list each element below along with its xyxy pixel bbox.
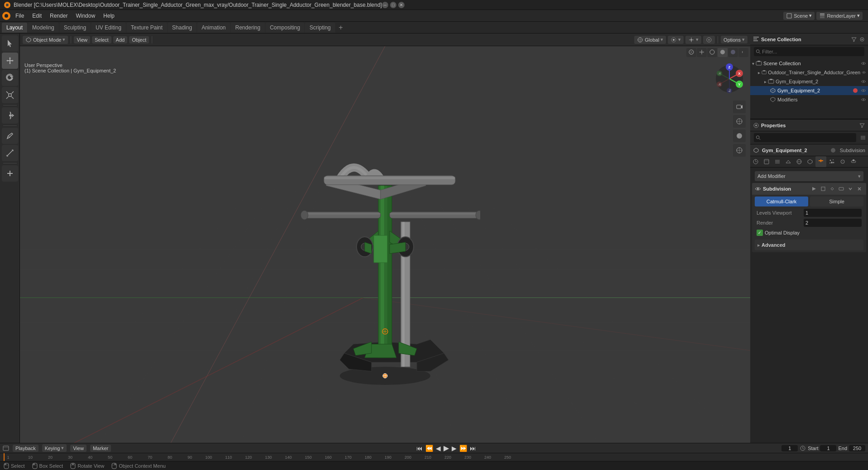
move-tool[interactable] xyxy=(2,53,18,69)
render-layer-selector[interactable]: RenderLayer ▾ xyxy=(816,12,863,20)
cursor-tool[interactable] xyxy=(2,35,18,52)
rendered-btn[interactable] xyxy=(738,48,748,57)
scene-selector[interactable]: Scene ▾ xyxy=(783,12,815,20)
prop-tab-physics[interactable] xyxy=(837,156,848,167)
add-workspace-button[interactable]: + xyxy=(336,23,346,33)
advanced-section-header[interactable]: ▸ Advanced xyxy=(755,240,863,250)
timeline-view-menu[interactable]: View xyxy=(70,445,87,452)
scene-view-btn[interactable] xyxy=(733,115,746,128)
solid-mode-btn[interactable] xyxy=(733,129,746,142)
filter-icon[interactable] xyxy=(851,36,857,43)
overlays-toggle[interactable] xyxy=(686,48,696,57)
prop-tab-scene[interactable] xyxy=(783,156,794,167)
end-frame-input[interactable]: 250 xyxy=(849,445,865,451)
menu-window[interactable]: Window xyxy=(72,12,99,20)
menu-help[interactable]: Help xyxy=(100,12,118,20)
step-back-btn[interactable]: ◀ xyxy=(435,445,442,452)
properties-options-icon[interactable] xyxy=(860,134,866,141)
tab-texture-paint[interactable]: Texture Paint xyxy=(126,23,167,33)
camera-view-btn[interactable] xyxy=(733,101,746,113)
modifier-editmode-icon[interactable] xyxy=(819,185,827,193)
outliner-search-bar[interactable] xyxy=(750,45,868,58)
material-btn[interactable] xyxy=(728,48,738,57)
prop-tab-object[interactable] xyxy=(805,156,815,167)
overlay-btn[interactable] xyxy=(733,144,746,157)
modifier-eye-icon[interactable] xyxy=(755,186,761,192)
timeline-ruler[interactable]: 1 10 20 30 40 50 60 70 80 90 100 110 120… xyxy=(0,453,868,461)
minimize-button[interactable]: ─ xyxy=(382,2,388,8)
next-keyframe-btn[interactable]: ⏩ xyxy=(458,445,468,452)
play-btn[interactable]: ▶ xyxy=(443,444,450,452)
eye-icon-3[interactable] xyxy=(861,79,866,84)
modifier-cage-icon[interactable] xyxy=(828,185,836,193)
modifier-viewport-icon[interactable] xyxy=(837,185,845,193)
measure-tool[interactable] xyxy=(2,145,18,161)
tab-rendering[interactable]: Rendering xyxy=(231,23,265,33)
object-menu[interactable]: Object xyxy=(129,36,149,43)
gizmos-toggle[interactable] xyxy=(697,48,707,57)
render-input[interactable]: 2 xyxy=(804,219,862,227)
eye-icon-5[interactable] xyxy=(861,97,866,102)
marker-menu[interactable]: Marker xyxy=(90,445,111,452)
prop-tab-constraints[interactable] xyxy=(848,156,859,167)
optimal-display-checkbox[interactable]: ✓ xyxy=(757,230,763,236)
transform-tool[interactable] xyxy=(2,107,18,124)
scale-tool[interactable] xyxy=(2,87,18,103)
eye-icon-2[interactable] xyxy=(862,70,866,75)
tab-shading[interactable]: Shading xyxy=(168,23,197,33)
modifier-render-icon[interactable] xyxy=(810,185,818,193)
snapping-btn[interactable]: ▾ xyxy=(685,36,701,44)
start-frame-input[interactable]: 1 xyxy=(820,445,836,451)
collection-outdoor-trainer[interactable]: ▸ Outdoor_Trainer_Single_Adductor_Green xyxy=(750,68,868,77)
step-fwd-btn[interactable]: ▶ xyxy=(451,445,458,452)
collection-scene-root[interactable]: ▾ Scene Collection xyxy=(750,59,868,68)
jump-start-btn[interactable]: ⏮ xyxy=(415,445,424,452)
prop-tab-render[interactable] xyxy=(750,156,761,167)
jump-end-btn[interactable]: ⏭ xyxy=(469,445,477,452)
pivot-point-btn[interactable]: ▾ xyxy=(668,36,684,44)
solid-btn[interactable] xyxy=(718,48,728,57)
transform-space-btn[interactable]: Global ▾ xyxy=(634,36,666,44)
options-btn[interactable]: Options ▾ xyxy=(721,36,747,43)
select-menu[interactable]: Select xyxy=(92,36,111,43)
tab-compositing[interactable]: Compositing xyxy=(265,23,305,33)
add-tool[interactable] xyxy=(2,165,18,182)
prop-tab-modifiers[interactable] xyxy=(815,156,826,167)
navigation-gizmo[interactable]: X -X Y -Y Z -Z xyxy=(713,62,746,95)
proportional-edit-btn[interactable] xyxy=(703,36,715,44)
levels-viewport-input[interactable]: 1 xyxy=(804,209,862,217)
playback-menu[interactable]: Playback xyxy=(13,445,39,452)
tab-sculpting[interactable]: Sculpting xyxy=(59,23,91,33)
menu-render[interactable]: Render xyxy=(46,12,71,20)
modifier-close-button[interactable] xyxy=(855,185,863,193)
properties-search-input[interactable] xyxy=(762,135,854,140)
properties-filter-icon[interactable] xyxy=(859,122,865,129)
annotate-tool[interactable] xyxy=(2,128,18,144)
simple-button[interactable]: Simple xyxy=(810,197,863,206)
close-button[interactable]: ✕ xyxy=(398,2,405,8)
menu-edit[interactable]: Edit xyxy=(29,12,45,20)
tab-modeling[interactable]: Modeling xyxy=(28,23,59,33)
prev-keyframe-btn[interactable]: ⏪ xyxy=(424,445,434,452)
tab-layout[interactable]: Layout xyxy=(2,23,27,33)
eye-icon[interactable] xyxy=(861,61,866,66)
prop-tab-view-layer[interactable] xyxy=(772,156,783,167)
view-icon[interactable] xyxy=(859,36,865,43)
menu-file[interactable]: File xyxy=(12,12,28,20)
collection-modifiers[interactable]: Modifiers xyxy=(750,95,868,104)
search-input[interactable] xyxy=(762,49,863,54)
wireframe-btn[interactable] xyxy=(707,48,717,57)
object-gym-equipment-2[interactable]: Gym_Equipment_2 xyxy=(750,86,868,95)
eye-icon-4[interactable] xyxy=(861,88,866,93)
tab-scripting[interactable]: Scripting xyxy=(305,23,335,33)
object-mode-dropdown[interactable]: Object Mode ▾ xyxy=(23,36,68,44)
maximize-button[interactable]: □ xyxy=(390,2,396,8)
add-menu[interactable]: Add xyxy=(113,36,128,43)
keying-menu[interactable]: Keying ▾ xyxy=(42,444,67,452)
collection-gym-equipment[interactable]: ▸ Gym_Equipment_2 xyxy=(750,77,868,86)
add-modifier-button[interactable]: Add Modifier ▾ xyxy=(755,171,863,181)
modifier-expand-icon[interactable] xyxy=(846,185,854,193)
prop-tab-world[interactable] xyxy=(794,156,805,167)
current-frame-input[interactable]: 1 xyxy=(781,445,798,451)
tab-uv-editing[interactable]: UV Editing xyxy=(91,23,126,33)
